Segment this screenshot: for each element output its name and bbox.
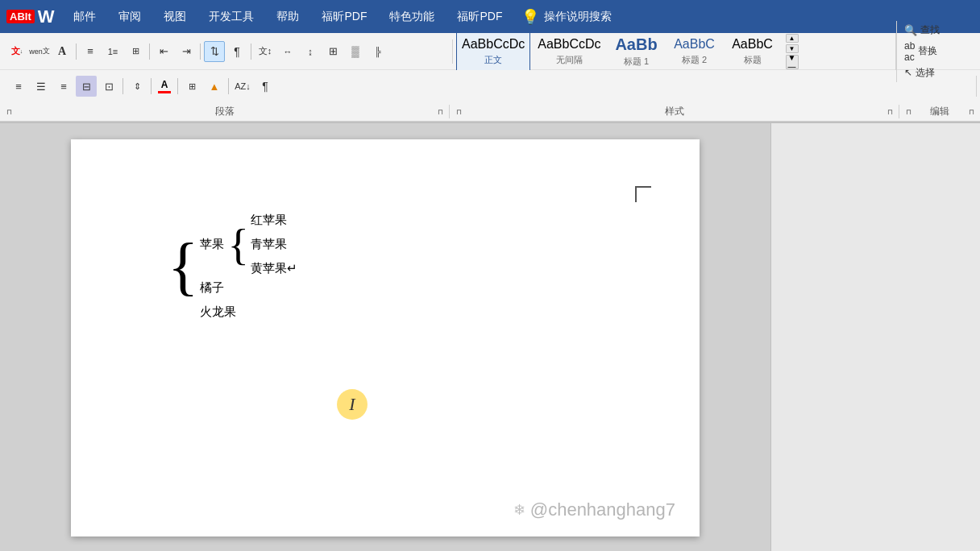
line-spacing-icon[interactable]: ⇕ bbox=[127, 76, 147, 97]
menu-devtools[interactable]: 开发工具 bbox=[199, 6, 264, 27]
find-label: 查找 bbox=[920, 23, 940, 37]
paragraph-tools: ≡ ☰ ≡ ⊟ ⊡ ⇕ A ⊞ ▲ AZ↓ ¶ bbox=[3, 76, 977, 97]
big-brace: { bbox=[168, 234, 198, 298]
font-controls: 文↓ wen文 A ≡ 1≡ ⊞ ⇤ ⇥ ⇅ ¶ 文↕ ↔ bbox=[6, 41, 388, 62]
search-area: 💡 操作说明搜索 bbox=[521, 8, 612, 26]
border-table-icon[interactable]: ⊞ bbox=[181, 76, 202, 97]
search-label: 操作说明搜索 bbox=[544, 10, 612, 24]
menu-mail[interactable]: 邮件 bbox=[64, 6, 106, 27]
main-area: { 苹果 { 红苹果 青苹果 黄苹果↵ bbox=[0, 123, 980, 551]
bulb-icon: 💡 bbox=[521, 8, 539, 26]
watermark-text: @chenhanghang7 bbox=[530, 499, 675, 520]
text-highlight-icon[interactable]: 文↓ bbox=[6, 41, 27, 62]
search-icon: 🔍 bbox=[904, 24, 917, 36]
align-right-icon[interactable]: ≡ bbox=[53, 76, 74, 97]
edit-section-label-area: ⊓ 编辑 ⊓ bbox=[899, 105, 980, 118]
paragraph-collapse-icon[interactable]: ⊓ bbox=[3, 106, 15, 118]
find-button[interactable]: 🔍 查找 bbox=[902, 23, 972, 38]
style-title[interactable]: AaBbC 标题 bbox=[725, 33, 781, 70]
styles-section-label-area: ⊓ 样式 ⊓ bbox=[450, 105, 899, 118]
menu-special[interactable]: 特色功能 bbox=[380, 6, 444, 27]
style-heading1[interactable]: AaBb 标题 1 bbox=[608, 33, 665, 70]
styles-scroll-up[interactable]: ▲ bbox=[786, 34, 799, 43]
divider2 bbox=[149, 44, 150, 60]
toolbar-left-tools: 文↓ wen文 A ≡ 1≡ ⊞ ⇤ ⇥ ⇅ ¶ 文↕ ↔ bbox=[3, 39, 453, 64]
divider1 bbox=[76, 44, 77, 60]
increase-indent-icon[interactable]: ⇥ bbox=[176, 41, 197, 62]
sort-btn[interactable]: AZ↓ bbox=[232, 76, 253, 97]
more-format-icon[interactable]: ╠ bbox=[368, 41, 388, 62]
toolbar: 文↓ wen文 A ≡ 1≡ ⊞ ⇤ ⇥ ⇅ ¶ 文↕ ↔ bbox=[0, 33, 980, 123]
right-sidebar bbox=[770, 123, 980, 551]
style-heading2-label: 标题 2 bbox=[682, 54, 707, 66]
styles-expand-icon[interactable]: ⊓ bbox=[884, 106, 895, 118]
show-marks-icon[interactable]: ¶ bbox=[226, 41, 247, 62]
logo-badge: ABIt bbox=[6, 10, 35, 23]
replace-icon: abac bbox=[904, 40, 915, 63]
logo-icon: W bbox=[38, 6, 55, 27]
divider5 bbox=[122, 78, 123, 94]
chinese-justify-icon[interactable]: ⊡ bbox=[98, 76, 119, 97]
red-apple: 红苹果 bbox=[251, 208, 297, 232]
paragraph-section-label-area: ⊓ 段落 ⊓ bbox=[0, 105, 450, 118]
orange-label: 橘子 bbox=[200, 276, 224, 300]
toolbar-row2: ≡ ☰ ≡ ⊟ ⊡ ⇕ A ⊞ ▲ AZ↓ ¶ bbox=[0, 70, 980, 102]
styles-label: 样式 bbox=[665, 105, 684, 118]
chinese-layout-icon[interactable]: 文↕ bbox=[255, 41, 276, 62]
watermark: ❄ @chenhanghang7 bbox=[513, 499, 675, 520]
menu-help[interactable]: 帮助 bbox=[267, 6, 309, 27]
replace-button[interactable]: abac 替换 bbox=[902, 39, 972, 64]
distribute-icon[interactable]: ↔ bbox=[277, 41, 298, 62]
bullet-list-icon[interactable]: ≡ bbox=[80, 41, 101, 62]
style-normal[interactable]: AaBbCcDc 正文 bbox=[456, 33, 530, 70]
style-title-label: 标题 bbox=[744, 54, 762, 66]
document-page[interactable]: { 苹果 { 红苹果 青苹果 黄苹果↵ bbox=[71, 139, 700, 536]
edit-expand-icon[interactable]: ⊓ bbox=[965, 106, 977, 118]
spacing-icon[interactable]: ↨ bbox=[300, 41, 321, 62]
small-brace: { bbox=[227, 222, 248, 267]
styles-collapse-icon[interactable]: ⊓ bbox=[453, 106, 464, 118]
align-left-icon[interactable]: ≡ bbox=[8, 76, 29, 97]
green-apple: 青苹果 bbox=[251, 232, 297, 256]
editing-panel: 🔍 查找 abac 替换 ↖ 选择 bbox=[896, 21, 977, 82]
align-justify-icon[interactable]: ⊟ bbox=[76, 76, 97, 97]
style-normal-preview: AaBbCcDc bbox=[462, 36, 525, 52]
menu-foxit-pdf[interactable]: 福昕PDF bbox=[312, 6, 376, 27]
styles-scroll-down[interactable]: ▼ bbox=[786, 44, 799, 53]
dragonfruit-row: 火龙果 bbox=[200, 300, 297, 324]
number-list-icon[interactable]: 1≡ bbox=[102, 41, 123, 62]
dragonfruit-label: 火龙果 bbox=[200, 300, 236, 324]
menu-view[interactable]: 视图 bbox=[154, 6, 196, 27]
divider3 bbox=[200, 44, 201, 60]
font-a-icon[interactable]: A bbox=[52, 41, 73, 62]
divider6 bbox=[151, 78, 152, 94]
brace-container: { 苹果 { 红苹果 青苹果 黄苹果↵ bbox=[168, 208, 297, 324]
text-cursor[interactable]: I bbox=[337, 389, 368, 420]
apple-row: 苹果 { 红苹果 青苹果 黄苹果↵ bbox=[200, 208, 297, 280]
font-row1: 文↓ wen文 A ≡ 1≡ ⊞ ⇤ ⇥ ⇅ ¶ 文↕ ↔ bbox=[6, 41, 388, 62]
menu-review[interactable]: 审阅 bbox=[109, 6, 151, 27]
styles-expand[interactable]: ▼— bbox=[786, 55, 799, 69]
border-icon[interactable]: ⊞ bbox=[322, 41, 343, 62]
shading-btn[interactable]: ▲ bbox=[204, 76, 225, 97]
text-color-button[interactable]: A bbox=[155, 77, 174, 96]
paragraph-expand-icon[interactable]: ⊓ bbox=[434, 106, 446, 118]
menu-foxit-pdf2[interactable]: 福昕PDF bbox=[447, 6, 512, 27]
decrease-indent-icon[interactable]: ⇤ bbox=[153, 41, 174, 62]
divider4 bbox=[251, 44, 251, 60]
style-heading2[interactable]: AaBbC 标题 2 bbox=[666, 33, 723, 70]
edit-collapse-icon[interactable]: ⊓ bbox=[903, 106, 914, 118]
show-para-marks[interactable]: ¶ bbox=[255, 76, 276, 97]
divider7 bbox=[177, 78, 178, 94]
sort-icon[interactable]: ⇅ bbox=[204, 41, 225, 62]
style-nospace[interactable]: AaBbCcDc 无间隔 bbox=[532, 33, 606, 70]
document-area[interactable]: { 苹果 { 红苹果 青苹果 黄苹果↵ bbox=[0, 123, 770, 551]
shading-icon[interactable]: ▓ bbox=[345, 41, 366, 62]
styles-list: AaBbCcDc 正文 AaBbCcDc 无间隔 AaBb 标题 1 AaBbC… bbox=[453, 33, 784, 70]
wen-en-toggle[interactable]: wen文 bbox=[29, 41, 50, 62]
style-normal-label: 正文 bbox=[484, 54, 502, 66]
style-heading2-preview: AaBbC bbox=[674, 36, 715, 52]
align-center-icon[interactable]: ☰ bbox=[31, 76, 52, 97]
multi-level-list-icon[interactable]: ⊞ bbox=[125, 41, 146, 62]
style-heading1-label: 标题 1 bbox=[624, 56, 649, 68]
